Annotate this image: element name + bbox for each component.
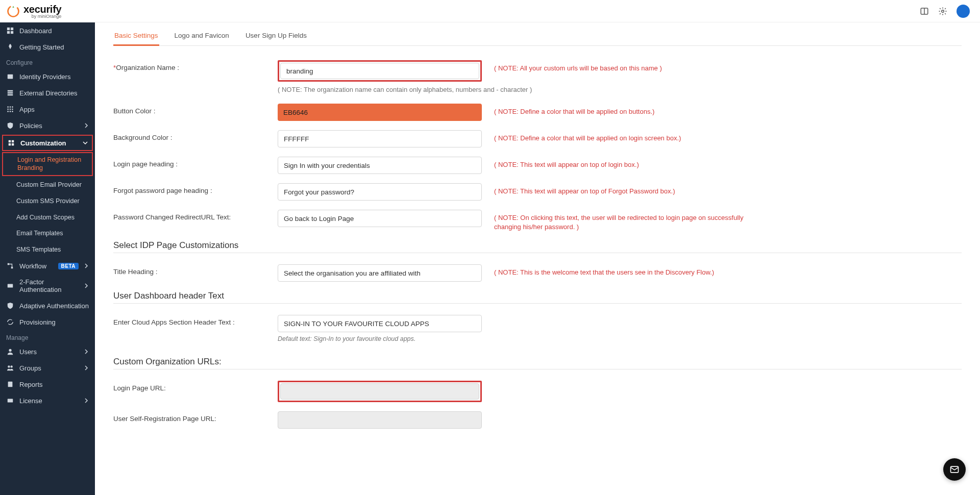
svg-rect-11	[8, 94, 13, 96]
chat-fab[interactable]	[943, 458, 966, 481]
sidebar-item-workflow[interactable]: Workflow BETA	[0, 258, 95, 274]
sidebar-item-dashboard[interactable]: Dashboard	[0, 22, 95, 39]
section-dashboard-heading: User Dashboard header Text	[113, 291, 962, 301]
svg-rect-25	[8, 263, 10, 265]
sidebar-item-customization[interactable]: Customization	[2, 135, 93, 151]
section-urls-heading: Custom Organization URLs:	[113, 357, 962, 367]
svg-point-18	[7, 111, 9, 112]
beta-badge: BETA	[58, 263, 79, 269]
sidebar-section-configure: Configure	[0, 55, 95, 68]
svg-point-30	[10, 366, 12, 368]
sidebar-sub-sms-provider[interactable]: Custom SMS Provider	[0, 193, 95, 210]
label-login-heading: Login page heading :	[113, 157, 278, 168]
tab-signup-fields[interactable]: User Sign Up Fields	[244, 27, 308, 45]
sidebar-item-policies[interactable]: Policies	[0, 117, 95, 134]
puzzle-icon	[7, 139, 15, 147]
input-cloud-header[interactable]	[278, 315, 482, 332]
row-org-name: *Organization Name : ( NOTE: All your cu…	[113, 60, 962, 82]
sidebar-item-license[interactable]: License	[0, 392, 95, 409]
highlight-login-url	[278, 381, 482, 402]
sidebar-sub-login-branding[interactable]: Login and Registration Branding	[2, 152, 93, 176]
refresh-icon	[6, 318, 14, 326]
input-bg-color[interactable]	[278, 130, 482, 147]
svg-rect-23	[9, 143, 11, 145]
sidebar: Dashboard Getting Started Configure Iden…	[0, 22, 95, 495]
divider	[113, 303, 962, 304]
sidebar-item-users[interactable]: Users	[0, 343, 95, 360]
note-org-name: ( NOTE: All your custom urls will be bas…	[494, 60, 662, 73]
input-title-heading[interactable]	[278, 264, 482, 282]
shield-icon	[6, 121, 14, 130]
sidebar-item-label: Dashboard	[19, 27, 89, 35]
sidebar-sub-email-templates[interactable]: Email Templates	[0, 226, 95, 242]
label-title-heading: Title Heading :	[113, 264, 278, 276]
input-login-heading[interactable]	[278, 157, 482, 174]
svg-rect-24	[12, 143, 14, 145]
sidebar-item-2fa[interactable]: 2-Factor Authentication	[0, 274, 95, 298]
section-idp-heading: Select IDP Page Customizations	[113, 240, 962, 251]
svg-point-12	[7, 106, 9, 108]
svg-point-14	[12, 106, 13, 108]
label-button-color: Button Color :	[113, 104, 278, 115]
label-pw-redirect: Password Changed RedirectURL Text:	[113, 210, 278, 221]
sidebar-item-label: Policies	[19, 122, 79, 130]
input-pw-redirect[interactable]	[278, 210, 482, 227]
note-pw-redirect: ( NOTE: On clicking this text, the user …	[494, 210, 760, 231]
input-forgot-heading[interactable]	[278, 183, 482, 201]
sidebar-item-groups[interactable]: Groups	[0, 360, 95, 376]
tab-logo-favicon[interactable]: Logo and Favicon	[174, 27, 230, 45]
shield-check-icon	[6, 302, 14, 310]
avatar[interactable]	[957, 5, 970, 18]
chevron-right-icon	[84, 365, 89, 370]
chevron-right-icon	[84, 123, 89, 128]
sidebar-section-manage: Manage	[0, 330, 95, 343]
sidebar-item-label: External Directories	[19, 89, 89, 97]
twofa-icon	[6, 282, 14, 290]
sidebar-sub-sms-templates[interactable]: SMS Templates	[0, 242, 95, 258]
sidebar-sub-custom-scopes[interactable]: Add Custom Scopes	[0, 210, 95, 226]
svg-rect-4	[7, 28, 10, 30]
highlight-org-name	[278, 60, 482, 82]
panel-icon[interactable]	[920, 7, 929, 16]
divider	[113, 253, 962, 253]
sidebar-item-adaptive-auth[interactable]: Adaptive Authentication	[0, 298, 95, 314]
svg-rect-32	[8, 399, 13, 403]
input-org-name[interactable]	[280, 63, 479, 79]
mail-icon	[949, 464, 960, 475]
sidebar-item-label: Identity Providers	[19, 73, 89, 81]
note-login-heading: ( NOTE: This text will appear on top of …	[494, 157, 639, 169]
gear-icon[interactable]	[938, 7, 947, 16]
note-bg-color: ( NOTE: Define a color that will be appl…	[494, 130, 681, 143]
dashboard-icon	[6, 27, 14, 35]
idp-icon	[6, 72, 14, 81]
note-title-heading: ( NOTE: This is the welcome text that th…	[494, 264, 714, 277]
svg-rect-31	[8, 382, 13, 387]
svg-rect-5	[11, 28, 13, 30]
sidebar-item-external-directories[interactable]: External Directories	[0, 85, 95, 101]
svg-rect-21	[9, 140, 11, 142]
sidebar-item-apps[interactable]: Apps	[0, 101, 95, 117]
svg-point-28	[9, 349, 11, 352]
sidebar-item-label: Apps	[19, 106, 89, 113]
svg-rect-7	[11, 31, 13, 34]
logo[interactable]: xecurify by miniOrange	[6, 4, 61, 19]
label-selfreg-url: User Self-Registration Page URL:	[113, 411, 278, 423]
sidebar-item-reports[interactable]: Reports	[0, 376, 95, 392]
tab-basic-settings[interactable]: Basic Settings	[113, 27, 159, 45]
svg-point-20	[12, 111, 13, 112]
label-org-name: *Organization Name :	[113, 60, 278, 71]
chevron-right-icon	[84, 283, 89, 288]
sidebar-item-provisioning[interactable]: Provisioning	[0, 314, 95, 330]
sidebar-item-label: Provisioning	[19, 318, 89, 326]
subnote-cloud-header: Default text: Sign-In to your favourite …	[278, 335, 482, 342]
svg-point-13	[10, 106, 11, 108]
sidebar-item-getting-started[interactable]: Getting Started	[0, 39, 95, 55]
sidebar-item-identity-providers[interactable]: Identity Providers	[0, 68, 95, 85]
input-button-color[interactable]	[278, 104, 482, 121]
input-selfreg-url[interactable]	[278, 411, 482, 429]
svg-rect-22	[12, 140, 14, 142]
sidebar-sub-email-provider[interactable]: Custom Email Provider	[0, 177, 95, 193]
svg-rect-10	[8, 92, 13, 94]
input-login-url[interactable]	[280, 383, 479, 400]
row-bg-color: Background Color : ( NOTE: Define a colo…	[113, 130, 962, 147]
